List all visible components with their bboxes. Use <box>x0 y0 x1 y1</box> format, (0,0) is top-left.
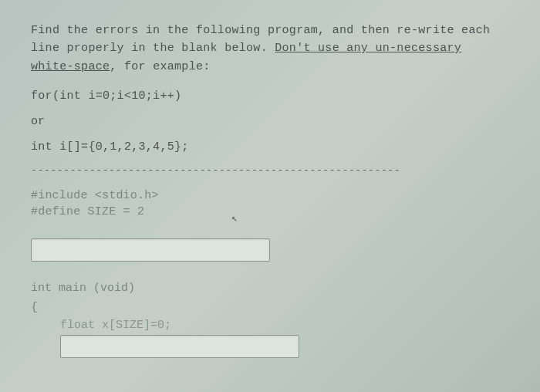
code-open-brace: { <box>31 301 509 314</box>
code-float-line: float x[SIZE]=0; <box>60 319 509 332</box>
separator-line: ----------------------------------------… <box>31 164 509 177</box>
cursor-icon: ↖ <box>231 212 238 225</box>
given-code-block: #include <stdio.h> #define SIZE = 2 <box>31 188 509 220</box>
example-for-loop: for(int i=0;i<10;i++) <box>31 90 509 103</box>
answer-section-1 <box>31 238 509 262</box>
answer-input-1[interactable] <box>31 238 270 262</box>
example-or: or <box>31 115 509 128</box>
instruction-part2: , for example: <box>110 60 210 73</box>
code-main-signature: int main (void) <box>31 282 509 295</box>
instruction-text: Find the errors in the following program… <box>31 22 509 76</box>
example-array: int i[]={0,1,2,3,4,5}; <box>31 140 509 154</box>
code-define: #define SIZE = 2 <box>31 204 509 220</box>
answer-input-2[interactable] <box>60 335 299 358</box>
code-include: #include <stdio.h> <box>31 188 509 204</box>
